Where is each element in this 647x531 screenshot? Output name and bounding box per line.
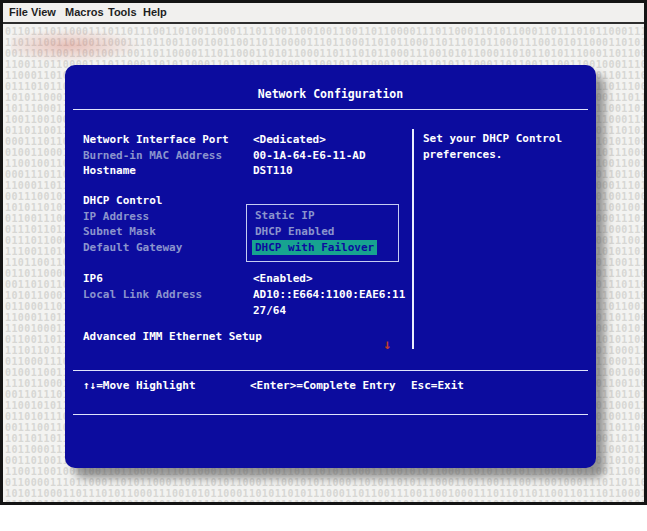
scroll-down-arrow-icon: ↓ [383, 337, 391, 351]
footer-divider-bottom [73, 414, 588, 415]
local-link-address-value-line1: AD10::E664:1100:EAE6:11 [253, 288, 405, 301]
option-static-ip[interactable]: Static IP [247, 208, 394, 224]
option-dhcp-with-failover[interactable]: DHCP with Failover [252, 240, 377, 255]
key-hint-esc-exit: Esc=Exit [411, 379, 464, 392]
title-divider [73, 109, 588, 110]
help-panel-divider [412, 129, 414, 349]
menu-help[interactable]: Help [143, 6, 167, 18]
field-network-interface-port-label[interactable]: Network Interface Port [83, 133, 229, 146]
field-mac-address-label: Burned-in MAC Address [83, 149, 222, 162]
dhcp-options-listbox: Static IP DHCP Enabled DHCP with Failove… [246, 204, 399, 262]
dhcp-control-header[interactable]: DHCP Control [83, 194, 162, 207]
menu-bar: File View Macros Tools Help [3, 3, 644, 24]
key-hint-complete-entry: <Enter>=Complete Entry [250, 379, 396, 392]
menu-tools[interactable]: Tools [108, 6, 137, 18]
menu-macros[interactable]: Macros [65, 6, 104, 18]
local-link-address-label: Local Link Address [83, 288, 202, 301]
advanced-imm-ethernet-setup-link[interactable]: Advanced IMM Ethernet Setup [83, 330, 262, 343]
field-hostname-label[interactable]: Hostname [83, 164, 136, 177]
network-configuration-screen: Network Configuration Network Interface … [65, 65, 596, 468]
dhcp-ip-address-label: IP Address [83, 210, 149, 223]
dhcp-subnet-mask-label: Subnet Mask [83, 225, 156, 238]
help-panel-text: Set your DHCP Control preferences. [423, 131, 588, 162]
page-title: Network Configuration [65, 87, 596, 101]
ip6-value[interactable]: <Enabled> [253, 272, 313, 285]
field-mac-address-value: 00-1A-64-E6-11-AD [253, 149, 366, 162]
ip6-label[interactable]: IP6 [83, 272, 103, 285]
menu-file[interactable]: File [9, 6, 28, 18]
key-hint-move-highlight: ↑↓=Move Highlight [83, 379, 196, 392]
field-hostname-value[interactable]: DST110 [253, 164, 293, 177]
field-network-interface-port-value[interactable]: <Dedicated> [253, 133, 326, 146]
local-link-address-value-line2: 27/64 [253, 304, 286, 317]
option-dhcp-enabled[interactable]: DHCP Enabled [247, 224, 394, 240]
dhcp-default-gateway-label: Default Gateway [83, 241, 182, 254]
menu-view[interactable]: View [31, 6, 56, 18]
viewer-window: File View Macros Tools Help 011011101100… [0, 0, 647, 505]
footer-divider-top [73, 370, 588, 371]
